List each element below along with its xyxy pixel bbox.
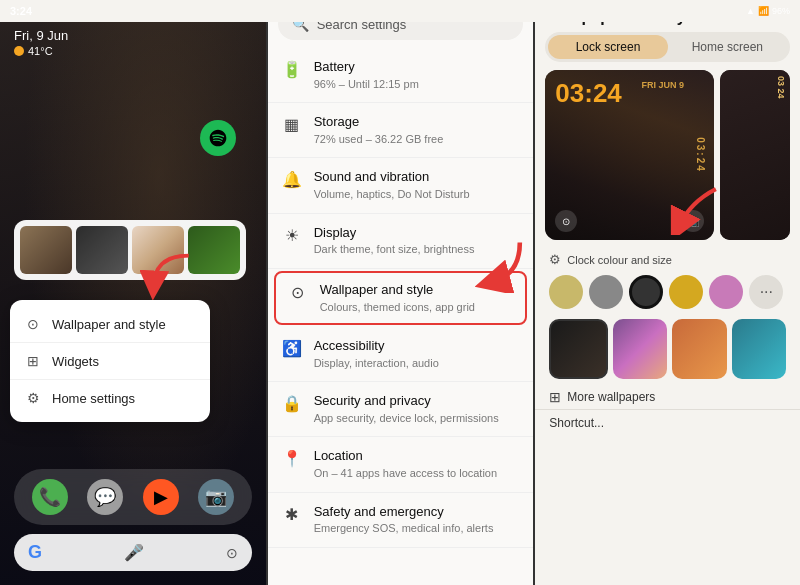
menu-item-wallpaper-label: Wallpaper and style (52, 317, 166, 332)
partial-bottom-item: Shortcut... (535, 409, 800, 436)
swatch-1[interactable] (549, 275, 583, 309)
swatch-4[interactable] (669, 275, 703, 309)
storage-setting-text: Storage 72% used – 36.22 GB free (314, 114, 520, 146)
accessibility-setting-text: Accessibility Display, interaction, audi… (314, 338, 520, 370)
safety-setting-text: Safety and emergency Emergency SOS, medi… (314, 504, 520, 536)
google-voice-icon[interactable]: 🎤 (124, 543, 144, 562)
dock-phone[interactable]: 📞 (32, 479, 68, 515)
wallpaper-option-2[interactable] (613, 319, 667, 379)
security-setting-text: Security and privacy App security, devic… (314, 393, 520, 425)
tab-lock-screen[interactable]: Lock screen (548, 35, 667, 59)
signal-icon-p3: ▲ (746, 6, 755, 16)
swatch-2[interactable] (589, 275, 623, 309)
wallpaper-tabs: Lock screen Home screen (545, 32, 790, 62)
home-screen-preview-small: 03 24 (720, 70, 790, 240)
wallpaper-subtitle: Colours, themed icons, app grid (320, 300, 514, 314)
tab-home-screen[interactable]: Home screen (668, 35, 787, 59)
dock-camera[interactable]: 📷 (198, 479, 234, 515)
status-bar-p3: 3:24 ▲ 📶 96% (535, 0, 800, 22)
menu-item-home-settings[interactable]: ⚙ Home settings (10, 380, 210, 416)
clock-colour-row[interactable]: ⚙ Clock colour and size (535, 248, 800, 271)
wallpaper-thumbnails-grid (14, 220, 246, 280)
wallpaper-option-3[interactable] (672, 319, 726, 379)
clock-settings-icon: ⚙ (549, 252, 561, 267)
clock-colour-label: Clock colour and size (567, 254, 672, 266)
more-wallpapers-icon: ⊞ (549, 389, 561, 405)
settings-item-battery[interactable]: 🔋 Battery 96% – Until 12:15 pm (268, 48, 534, 103)
wallpaper-thumb-1[interactable] (20, 226, 72, 274)
location-icon-setting: 📍 (282, 449, 302, 468)
accessibility-subtitle: Display, interaction, audio (314, 356, 520, 370)
lock-time-large: 03:24 (555, 80, 622, 106)
wifi-icon-p3: 📶 (758, 6, 769, 16)
home-settings-menu-icon: ⚙ (24, 389, 42, 407)
settings-item-location[interactable]: 📍 Location On – 41 apps have access to l… (268, 437, 534, 492)
more-wallpapers-button[interactable]: ⊞ More wallpapers (535, 385, 800, 409)
battery-subtitle: 96% – Until 12:15 pm (314, 77, 520, 91)
security-icon-setting: 🔒 (282, 394, 302, 413)
red-arrow-p3 (665, 185, 725, 235)
partial-item-text: Shortcut... (549, 416, 604, 430)
sound-icon-setting: 🔔 (282, 170, 302, 189)
menu-item-widgets[interactable]: ⊞ Widgets (10, 343, 210, 380)
panel-wallpaper-style: 3:24 ▲ 📶 96% Wallpaper and style Lock sc… (535, 0, 800, 585)
widgets-menu-icon: ⊞ (24, 352, 42, 370)
app-dock: 📞 💬 ▶ 📷 (14, 469, 252, 525)
wallpaper-thumb-2[interactable] (76, 226, 128, 274)
status-icons-p3: ▲ 📶 96% (746, 6, 790, 16)
safety-icon-setting: ✱ (282, 505, 302, 524)
security-title: Security and privacy (314, 393, 520, 410)
lock-side-decoration: 03:24 (695, 137, 706, 173)
storage-title: Storage (314, 114, 520, 131)
date-display: Fri, 9 Jun (14, 28, 68, 43)
accessibility-title: Accessibility (314, 338, 520, 355)
wallpaper-option-1[interactable] (549, 319, 607, 379)
settings-item-storage[interactable]: ▦ Storage 72% used – 36.22 GB free (268, 103, 534, 158)
location-subtitle: On – 41 apps have access to location (314, 466, 520, 480)
color-swatches-row: ··· (535, 271, 800, 315)
lock-date-text: FRI JUN 9 (641, 80, 684, 92)
sound-subtitle: Volume, haptics, Do Not Disturb (314, 187, 520, 201)
home-context-menu: ⊙ Wallpaper and style ⊞ Widgets ⚙ Home s… (10, 300, 210, 422)
panel-home-screen: 3:23 ▲ 📶 ▌96% Fri, 9 Jun 41°C ⊙ Wallpape… (0, 0, 266, 585)
google-lens-icon[interactable]: ⊙ (226, 545, 238, 561)
home-time-small: 03 24 (776, 76, 786, 99)
sound-setting-text: Sound and vibration Volume, haptics, Do … (314, 169, 520, 201)
spotify-icon (208, 128, 228, 148)
lock-left-icon: ⊙ (555, 210, 577, 232)
security-subtitle: App security, device lock, permissions (314, 411, 520, 425)
red-arrow-p2 (474, 238, 529, 293)
display-icon-setting: ☀ (282, 226, 302, 245)
settings-item-accessibility[interactable]: ♿ Accessibility Display, interaction, au… (268, 327, 534, 382)
dock-play-store[interactable]: ▶ (143, 479, 179, 515)
more-wallpapers-label: More wallpapers (567, 390, 655, 404)
weather-display: 41°C (14, 45, 68, 57)
lock-time-display: 03:24 (555, 80, 622, 106)
swatch-3[interactable] (629, 275, 663, 309)
temperature-display: 41°C (28, 45, 53, 57)
wallpaper-option-4[interactable] (732, 319, 786, 379)
sun-icon (14, 46, 24, 56)
battery-icon-setting: 🔋 (282, 60, 302, 79)
wallpaper-options-row (535, 315, 800, 385)
spotify-widget[interactable] (200, 120, 236, 156)
settings-item-security[interactable]: 🔒 Security and privacy App security, dev… (268, 382, 534, 437)
swatch-5[interactable] (709, 275, 743, 309)
settings-item-sound[interactable]: 🔔 Sound and vibration Volume, haptics, D… (268, 158, 534, 213)
storage-subtitle: 72% used – 36.22 GB free (314, 132, 520, 146)
google-search-bar[interactable]: G 🎤 ⊙ (14, 534, 252, 571)
lock-date-display: FRI JUN 9 (641, 80, 684, 92)
sound-title: Sound and vibration (314, 169, 520, 186)
swatch-more-button[interactable]: ··· (749, 275, 783, 309)
settings-list: 🔋 Battery 96% – Until 12:15 pm ▦ Storage… (268, 48, 534, 585)
menu-item-wallpaper[interactable]: ⊙ Wallpaper and style (10, 306, 210, 343)
wallpaper-icon-setting: ⊙ (288, 283, 308, 302)
location-title: Location (314, 448, 520, 465)
battery-setting-text: Battery 96% – Until 12:15 pm (314, 59, 520, 91)
accessibility-icon-setting: ♿ (282, 339, 302, 358)
settings-item-safety[interactable]: ✱ Safety and emergency Emergency SOS, me… (268, 493, 534, 548)
red-arrow-p1 (140, 248, 200, 308)
google-g-logo: G (28, 542, 42, 563)
dock-messages[interactable]: 💬 (87, 479, 123, 515)
menu-item-widgets-label: Widgets (52, 354, 99, 369)
